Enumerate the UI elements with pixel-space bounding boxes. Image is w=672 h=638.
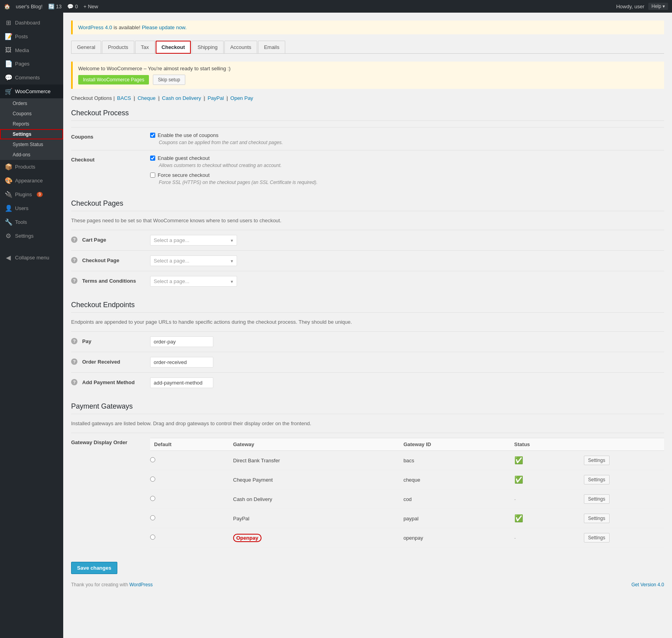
order-received-help-icon[interactable]: ? bbox=[71, 358, 77, 365]
plugins-badge: 9 bbox=[37, 192, 43, 197]
gateway-row-openpay: Openpay openpay - Settings bbox=[150, 528, 664, 548]
sidebar-item-products[interactable]: 📦 Products bbox=[0, 160, 63, 174]
help-button[interactable]: Help ▾ bbox=[648, 3, 668, 10]
collapse-menu-button[interactable]: ◀ Collapse menu bbox=[0, 251, 63, 265]
sidebar-label-woocommerce: WooCommerce bbox=[15, 88, 51, 94]
tab-products[interactable]: Products bbox=[102, 41, 134, 53]
bacs-settings-button[interactable]: Settings bbox=[584, 456, 610, 465]
gateway-row-cheque: Cheque Payment cheque ✅ Settings bbox=[150, 470, 664, 490]
site-name[interactable]: user's Blog! bbox=[16, 4, 43, 9]
howdy-label: Howdy, user bbox=[616, 4, 644, 9]
coupons-checkbox[interactable] bbox=[150, 133, 155, 138]
subnav-cod[interactable]: Cash on Delivery bbox=[160, 95, 204, 101]
pay-input[interactable] bbox=[150, 336, 213, 347]
gateway-order-label: Gateway Display Order bbox=[71, 433, 150, 553]
add-payment-help-icon[interactable]: ? bbox=[71, 379, 77, 385]
cheque-name: Cheque Payment bbox=[229, 470, 399, 490]
save-changes-button[interactable]: Save changes bbox=[71, 562, 117, 574]
admin-bar-left: 🏠 user's Blog! 🔄 13 💬 0 + New bbox=[4, 4, 610, 9]
admin-bar: 🏠 user's Blog! 🔄 13 💬 0 + New Howdy, use… bbox=[0, 0, 672, 13]
checkout-page-select-wrap: Select a page... ▼ bbox=[150, 255, 237, 266]
site-icon[interactable]: 🏠 bbox=[4, 4, 10, 9]
tab-general[interactable]: General bbox=[71, 41, 101, 53]
cheque-enabled-icon: ✅ bbox=[514, 476, 523, 484]
update-link[interactable]: Please update now. bbox=[142, 24, 186, 30]
terms-row: ? Terms and Conditions Select a page... … bbox=[71, 271, 664, 292]
checkout-pages-table: ? Cart Page Select a page... ▼ bbox=[71, 230, 664, 291]
tab-shipping[interactable]: Shipping bbox=[192, 41, 224, 53]
gateway-display-order-table: Gateway Display Order Default Gateway Ga… bbox=[71, 433, 664, 552]
sidebar-item-settings-main[interactable]: ⚙ Settings bbox=[0, 229, 63, 243]
sidebar-item-media[interactable]: 🖼 Media bbox=[0, 43, 63, 57]
paypal-default bbox=[150, 509, 229, 528]
sidebar-item-system-status[interactable]: System Status bbox=[0, 139, 63, 150]
secure-checkout-checkbox[interactable] bbox=[150, 173, 155, 178]
order-received-input[interactable] bbox=[150, 357, 213, 368]
tab-tax[interactable]: Tax bbox=[135, 41, 155, 53]
coupons-enable-text: Enable the use of coupons bbox=[158, 132, 218, 138]
checkout-page-help-icon[interactable]: ? bbox=[71, 257, 77, 263]
subnav-paypal[interactable]: PayPal bbox=[205, 95, 226, 101]
tab-checkout[interactable]: Checkout bbox=[156, 41, 191, 54]
get-version-link[interactable]: Get Version 4.0 bbox=[631, 582, 664, 587]
openpay-id: openpay bbox=[399, 528, 510, 548]
bacs-radio[interactable] bbox=[150, 457, 155, 462]
pay-help-icon[interactable]: ? bbox=[71, 338, 77, 344]
sidebar-item-add-ons[interactable]: Add-ons bbox=[0, 150, 63, 160]
cart-page-select[interactable]: Select a page... bbox=[150, 235, 237, 246]
cheque-settings-button[interactable]: Settings bbox=[584, 475, 610, 484]
sidebar-item-appearance[interactable]: 🎨 Appearance bbox=[0, 174, 63, 188]
install-pages-button[interactable]: Install WooCommerce Pages bbox=[78, 75, 149, 84]
terms-help-icon[interactable]: ? bbox=[71, 278, 77, 284]
paypal-radio[interactable] bbox=[150, 515, 155, 520]
wordpress-link[interactable]: WordPress bbox=[129, 582, 152, 587]
woocommerce-icon: 🛒 bbox=[5, 88, 12, 95]
welcome-notice: Welcome to WooCommerce – You're almost r… bbox=[71, 62, 664, 89]
sidebar-item-tools[interactable]: 🔧 Tools bbox=[0, 215, 63, 229]
secure-checkout-label[interactable]: Force secure checkout bbox=[150, 172, 664, 178]
terms-select[interactable]: Select a page... bbox=[150, 276, 237, 287]
guest-checkout-checkbox[interactable] bbox=[150, 156, 155, 161]
tab-accounts[interactable]: Accounts bbox=[224, 41, 257, 53]
sidebar-item-pages[interactable]: 📄 Pages bbox=[0, 57, 63, 71]
tab-emails[interactable]: Emails bbox=[258, 41, 285, 53]
coupons-enable-label[interactable]: Enable the use of coupons bbox=[150, 132, 664, 138]
sidebar-item-plugins[interactable]: 🔌 Plugins 9 bbox=[0, 188, 63, 201]
sidebar-item-users[interactable]: 👤 Users bbox=[0, 201, 63, 215]
sidebar-item-posts[interactable]: 📝 Posts bbox=[0, 30, 63, 43]
sidebar-item-orders[interactable]: Orders bbox=[0, 98, 63, 109]
openpay-status: - bbox=[510, 528, 584, 548]
collapse-icon: ◀ bbox=[5, 254, 12, 261]
cheque-radio[interactable] bbox=[150, 477, 155, 482]
sidebar-item-dashboard[interactable]: ⊞ Dashboard bbox=[0, 16, 63, 30]
checkout-endpoints-title: Checkout Endpoints bbox=[71, 301, 664, 313]
updates-count[interactable]: 🔄 13 bbox=[48, 4, 62, 9]
subnav-cheque[interactable]: Cheque bbox=[135, 95, 158, 101]
add-payment-field bbox=[150, 373, 664, 393]
openpay-name: Openpay bbox=[229, 528, 399, 548]
paypal-enabled-icon: ✅ bbox=[514, 514, 523, 522]
gateway-order-row: Gateway Display Order Default Gateway Ga… bbox=[71, 433, 664, 553]
admin-bar-right: Howdy, user Help ▾ bbox=[616, 3, 668, 10]
cod-settings-button[interactable]: Settings bbox=[584, 494, 610, 504]
sidebar-item-woocommerce[interactable]: 🛒 WooCommerce bbox=[0, 84, 63, 98]
new-button[interactable]: + New bbox=[83, 4, 98, 9]
checkout-page-select[interactable]: Select a page... bbox=[150, 255, 237, 266]
add-payment-input[interactable] bbox=[150, 377, 213, 388]
openpay-radio[interactable] bbox=[150, 535, 155, 540]
wordpress-version-link[interactable]: WordPress 4.0 bbox=[78, 24, 112, 30]
subnav-openpay[interactable]: Open Pay bbox=[228, 95, 256, 101]
sidebar-item-comments[interactable]: 💬 Comments bbox=[0, 71, 63, 84]
subnav-bacs[interactable]: BACS bbox=[115, 95, 134, 101]
comments-count[interactable]: 💬 0 bbox=[67, 4, 78, 9]
cart-page-help-icon[interactable]: ? bbox=[71, 236, 77, 243]
collapse-label: Collapse menu bbox=[15, 255, 49, 261]
cod-radio[interactable] bbox=[150, 496, 155, 501]
openpay-settings-button[interactable]: Settings bbox=[584, 533, 610, 542]
paypal-settings-button[interactable]: Settings bbox=[584, 514, 610, 523]
sidebar-item-coupons[interactable]: Coupons bbox=[0, 109, 63, 119]
sidebar-item-reports[interactable]: Reports bbox=[0, 119, 63, 129]
guest-checkout-label[interactable]: Enable guest checkout bbox=[150, 155, 664, 161]
skip-setup-button[interactable]: Skip setup bbox=[153, 75, 185, 85]
sidebar-item-settings[interactable]: Settings bbox=[0, 129, 63, 139]
